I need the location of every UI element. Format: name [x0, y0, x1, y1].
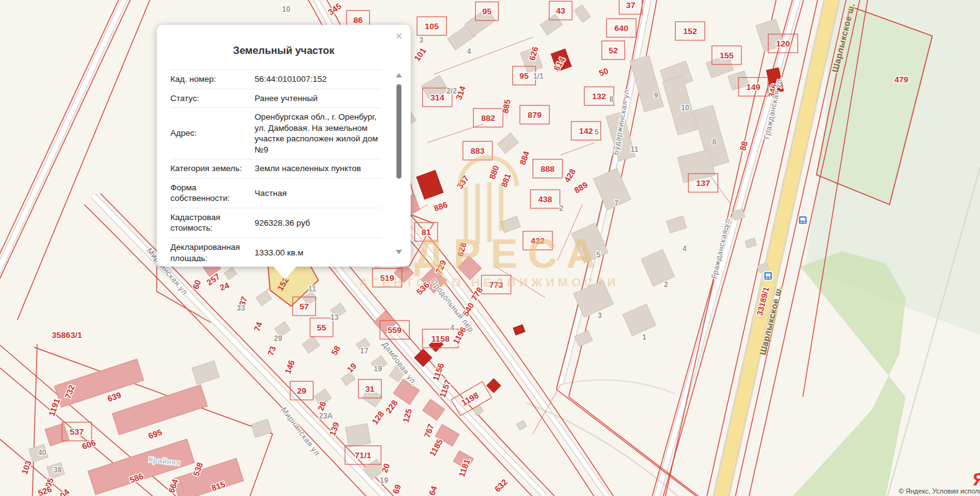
parcel-number: 1	[642, 333, 647, 342]
field-value: Ранее учтенный	[255, 93, 381, 104]
field-label: Форма собственности:	[170, 182, 250, 204]
attribution-text[interactable]: © Яндекс, Условия исполь	[899, 487, 980, 495]
field-value: Земли населенных пунктов	[255, 163, 381, 174]
parcel-number: 71/1	[355, 451, 372, 460]
parcel-number: 4	[450, 324, 455, 332]
parcel-number: 95	[482, 7, 492, 16]
field-value: 1333.00 кв.м	[255, 247, 381, 259]
parcel-number: 882	[481, 113, 496, 123]
parcel-number: 10	[282, 5, 291, 14]
parcel-number: 149	[746, 82, 761, 92]
field-label: Адрес:	[170, 128, 250, 139]
parcel-number: 29	[297, 386, 306, 396]
parcel-number: 95	[519, 71, 529, 81]
bus-stop-icon[interactable]	[764, 272, 772, 280]
field-row: Статус:Ранее учтенный	[170, 89, 381, 108]
field-row: Кад. номер:56:44:0101007:152	[170, 70, 381, 89]
parcel-number: 883	[471, 146, 485, 156]
parcel-number: 105	[425, 22, 439, 31]
parcel-number: 888	[541, 164, 555, 174]
parcel-number: 11	[308, 285, 317, 293]
field-label: Декларированная площадь:	[170, 242, 250, 262]
parcel-number: 33	[237, 304, 245, 312]
field-row: Кадастровая стоимость:926328.36 руб	[170, 208, 381, 238]
close-icon[interactable]: ×	[395, 30, 403, 42]
parcel-number: 37	[626, 1, 635, 10]
parcel-number: 120	[776, 39, 790, 48]
parcel-number: 132	[592, 92, 606, 101]
field-label: Кадастровая стоимость:	[170, 212, 250, 234]
parcel-number: 8	[610, 95, 614, 104]
parcel-number: 2	[559, 204, 564, 213]
parcel-number: 479	[895, 75, 909, 84]
parcel-number: 86	[353, 16, 363, 25]
parcel-number: 314	[431, 93, 445, 102]
parcel-number: 640	[615, 24, 629, 33]
parcel-number: 559	[388, 326, 402, 335]
scroll-down-arrow-icon[interactable]	[396, 250, 402, 254]
parcel-number: 1/1	[533, 72, 544, 81]
parcel-number: 3	[419, 36, 424, 45]
field-row: Адрес:Оренбургская обл., г. Оренбург, ул…	[170, 108, 381, 159]
yandex-logo: Я	[973, 471, 980, 487]
field-row: Декларированная площадь:1333.00 кв.м	[170, 238, 381, 262]
parcel-number: 142	[579, 126, 593, 136]
parcel-info-popup: × Земельный участок Кад. номер:56:44:010…	[157, 25, 411, 267]
scroll-up-arrow-icon[interactable]	[396, 73, 402, 78]
field-value: 56:44:0101007:152	[255, 74, 381, 85]
popup-fields: Кад. номер:56:44:0101007:152Статус:Ранее…	[170, 69, 381, 262]
parcel-number: 137	[696, 179, 711, 188]
field-label: Кад. номер:	[170, 74, 250, 85]
parcel-number: 10	[681, 104, 689, 112]
field-row: Категория земель:Земли населенных пункто…	[170, 159, 381, 179]
bus-stop-icon[interactable]	[798, 216, 807, 224]
parcel-number: 152	[683, 27, 698, 36]
parcel-number: 17	[360, 347, 369, 355]
parcel-number: 23А	[319, 412, 333, 420]
parcel-number: 1158	[431, 334, 450, 343]
parcel-number: 29	[274, 334, 282, 343]
map-stage: 10345869510543310146262/2314314951/16143…	[0, 0, 980, 496]
parcel-number: 11	[631, 145, 639, 154]
field-label: Категория земель:	[170, 163, 250, 174]
parcel-number: 31	[365, 384, 375, 394]
parcel-number: 9	[654, 91, 658, 100]
parcel-number: 19	[380, 476, 388, 485]
field-value: Оренбургская обл., г. Оренбург, ул. Дамб…	[255, 112, 381, 155]
parcel-number: 2	[664, 280, 668, 289]
parcel-number: 43	[556, 6, 566, 16]
parcel-number: 8	[712, 138, 717, 146]
field-row: Форма собственности:Частная	[170, 179, 381, 208]
parcel-number: 5	[595, 128, 599, 136]
popup-scrollbar[interactable]	[396, 73, 402, 254]
map-attribution: Я © Яндекс, Условия исполь	[899, 471, 979, 495]
parcel-number: 3	[598, 311, 602, 320]
parcel-number: 52	[608, 46, 618, 55]
parcel-number: 537	[70, 427, 84, 436]
scroll-thumb[interactable]	[396, 84, 401, 179]
parcel-number: 155	[720, 51, 734, 60]
popup-callout-tail	[273, 265, 297, 280]
parcel-number: 13	[330, 313, 339, 322]
parcel-number: 438	[538, 195, 553, 204]
parcel-number: 38	[53, 466, 62, 474]
parcel-number: 879	[528, 110, 542, 120]
watermark-subtitle: АГЕНТСТВО НЕДВИЖИМОСТИ	[359, 276, 619, 289]
building	[345, 423, 370, 447]
parcel-number: 4	[467, 47, 471, 56]
field-value: Частная	[255, 188, 381, 199]
parcel-number: 4	[683, 244, 687, 253]
parcel-number: 19	[374, 365, 382, 373]
parcel-number: 55	[317, 323, 326, 332]
parcel-number: 35863/1	[52, 330, 82, 340]
parcel-number: 57	[299, 302, 308, 311]
cadastral-map[interactable]: 10345869510543310146262/2314314951/16143…	[0, 0, 980, 496]
popup-title: Земельный участок	[157, 45, 411, 56]
field-label: Статус:	[170, 93, 250, 104]
parcel-number: 40	[38, 448, 46, 457]
field-value: 926328.36 руб	[255, 218, 381, 229]
parcel-number: 7	[615, 199, 619, 208]
